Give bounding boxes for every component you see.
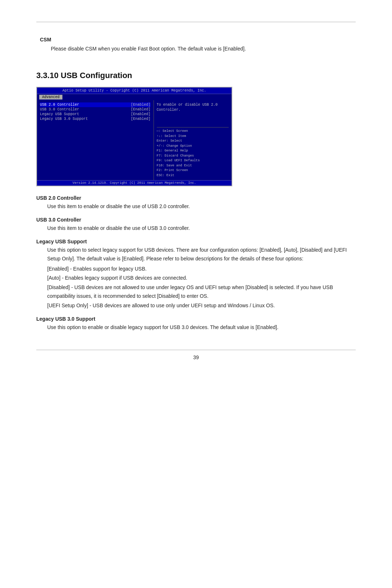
usb2-controller-text: Use this item to enable or disable the u… [36,202,356,211]
usb3-controller-section: USB 3.0 Controller Use this item to enab… [36,217,356,233]
bios-tab-row: Advanced [37,94,232,100]
legacy-usb3-support-text: Use this option to enable or disable leg… [36,323,356,332]
bios-help-text: To enable or disable USB 2.0 Controller. [157,102,229,127]
bios-right: To enable or disable USB 2.0 Controller.… [154,100,232,180]
bios-tab: Advanced [39,95,62,100]
legacy-usb-support-title: Legacy USB Support [36,239,356,244]
legacy-usb-support-section: Legacy USB Support Use this option to se… [36,239,356,310]
usb2-controller-section: USB 2.0 Controller Use this item to enab… [36,195,356,211]
bios-left: USB 2.0 Controller [Enabled] USB 3.0 Con… [37,100,154,180]
bios-footer: Version 2.14.1219. Copyright (C) 2011 Am… [37,180,232,186]
page-container: CSM Please disable CSM when you enable F… [0,0,392,389]
section-title: 3.3.10 USB Configuration [36,71,356,80]
legacy-usb3-support-section: Legacy USB 3.0 Support Use this option t… [36,316,356,332]
bios-body: USB 2.0 Controller [Enabled] USB 3.0 Con… [37,100,232,180]
usb-config-section: 3.3.10 USB Configuration Aptio Setup Uti… [36,71,356,332]
bios-title-bar: Aptio Setup Utility - Copyright (C) 2011… [37,88,232,94]
usb3-controller-title: USB 3.0 Controller [36,217,356,223]
legacy-usb3-support-title: Legacy USB 3.0 Support [36,316,356,322]
csm-section: CSM Please disable CSM when you enable F… [36,37,356,53]
bios-item-2: Legacy USB Support [Enabled] [40,112,151,117]
csm-text: Please disable CSM when you enable Fast … [40,45,356,53]
usb2-controller-title: USB 2.0 Controller [36,195,356,201]
bios-keys: ↔: Select Screen ↑↓: Select Item Enter: … [157,127,229,178]
page-number: 39 [36,354,356,360]
bios-item-0: USB 2.0 Controller [Enabled] [40,102,151,107]
bios-item-3: Legacy USB 3.0 Support [Enabled] [40,117,151,121]
csm-label: CSM [40,37,356,42]
bios-screenshot: Aptio Setup Utility - Copyright (C) 2011… [36,87,232,186]
bios-item-1: USB 3.0 Controller [Enabled] [40,107,151,112]
usb3-controller-text: Use this item to enable or disable the u… [36,224,356,233]
bottom-rule [36,350,356,350]
top-rule [36,22,356,22]
legacy-usb-support-text: Use this option to select legacy support… [36,246,356,310]
